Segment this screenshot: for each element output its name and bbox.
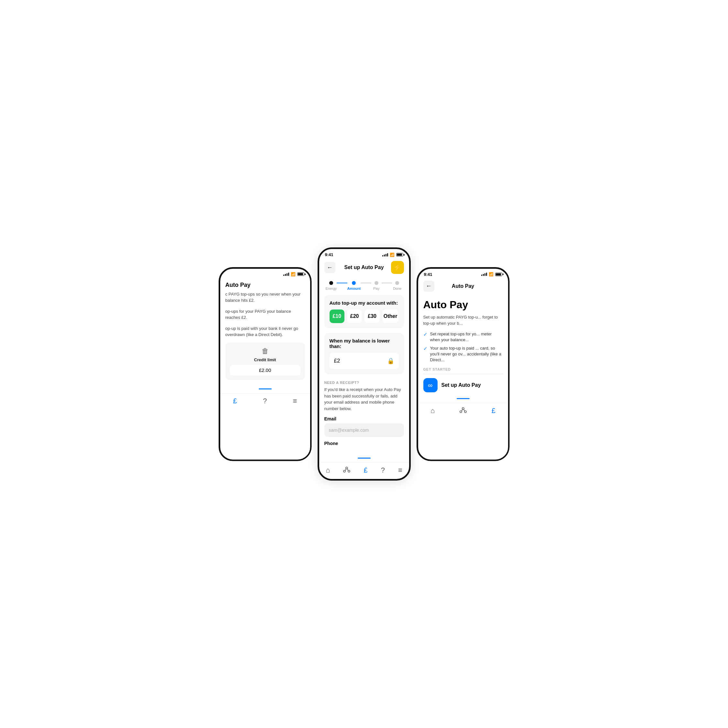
step-amount-dot (352, 281, 356, 285)
center-phone: 9:41 📶 ← Set up Auto Pay ⚡ (318, 248, 411, 480)
checkmark-icon-2: ✓ (423, 346, 428, 352)
svg-line-9 (464, 410, 464, 411)
amount-other-button[interactable]: Other (382, 309, 399, 323)
right-check-text-2: Your auto top-up is paid ... card, so yo… (430, 346, 503, 363)
center-content: Auto top-up my account with: £10 £20 £30… (319, 295, 409, 456)
svg-point-7 (464, 411, 466, 413)
topup-card: Auto top-up my account with: £10 £20 £30… (324, 295, 404, 328)
step-progress: Energy Amount Pay Done (319, 277, 409, 295)
svg-point-0 (343, 470, 346, 472)
center-back-arrow: ← (327, 264, 333, 271)
left-nav-money-icon[interactable]: £ (233, 397, 237, 405)
center-nav-help-icon[interactable]: ? (381, 466, 385, 474)
step-line-1 (336, 283, 347, 283)
center-status-icons: 📶 (382, 252, 403, 257)
svg-line-8 (462, 410, 462, 411)
right-desc: Set up automatic PAYG top-u... forget to… (423, 314, 503, 327)
left-desc-top: c PAYG top-ups so you never when your ba… (225, 291, 305, 304)
right-nav-activity-icon[interactable] (460, 407, 467, 415)
step-done-label: Done (393, 286, 401, 291)
credit-limit-value: £2.00 (230, 365, 300, 375)
right-back-button[interactable]: ← (423, 281, 434, 292)
center-tab-indicator (358, 457, 371, 459)
center-nav-menu-icon[interactable]: ≡ (398, 466, 402, 474)
left-status-bar: 📶 (220, 269, 310, 278)
battery-icon (297, 272, 304, 276)
step-energy-label: Energy (326, 286, 337, 291)
setup-autopay-button[interactable]: ∞ Set up Auto Pay (423, 378, 503, 392)
svg-point-5 (460, 411, 462, 413)
svg-point-2 (348, 470, 350, 472)
center-wifi-icon: 📶 (390, 252, 395, 257)
svg-point-1 (346, 467, 348, 469)
credit-limit-label: Credit limit (230, 357, 300, 362)
step-done: Done (392, 281, 402, 291)
svg-point-6 (462, 407, 464, 410)
left-bottom-nav: £ ? ≡ (220, 393, 310, 410)
amount-options: £10 £20 £30 Other (330, 309, 399, 323)
balance-display: £2 🔒 (330, 353, 399, 369)
left-desc-bot: op-up is paid with your bank ll never go… (225, 325, 305, 338)
email-placeholder: sam@example.com (329, 428, 369, 433)
receipt-heading: NEED A RECEIPT? (324, 381, 404, 385)
step-pay-label: Pay (373, 286, 379, 291)
svg-line-4 (347, 469, 348, 471)
balance-value: £2 (334, 358, 340, 364)
credit-card: 🗑 Credit limit £2.00 (225, 343, 305, 380)
left-nav-menu-icon[interactable]: ≡ (293, 397, 297, 405)
step-line-2 (361, 283, 371, 283)
divider (423, 374, 503, 374)
wifi-icon: 📶 (291, 272, 295, 277)
svg-line-3 (346, 469, 346, 471)
amount-10-button[interactable]: £10 (330, 309, 344, 323)
right-bottom-nav: ⌂ £ (418, 403, 508, 419)
right-nav-money-icon[interactable]: £ (492, 407, 496, 415)
left-desc-mid: op-ups for your PAYG your balance reache… (225, 308, 305, 321)
phone-label: Phone (324, 441, 404, 446)
center-nav-title: Set up Auto Pay (344, 265, 384, 271)
left-page-title: Auto Pay (225, 282, 305, 289)
right-time: 9:41 (424, 272, 433, 277)
setup-btn-label: Set up Auto Pay (442, 382, 481, 388)
right-nav-title: Auto Pay (452, 283, 474, 289)
trash-icon[interactable]: 🗑 (230, 347, 300, 355)
center-action-button[interactable]: ⚡ (391, 261, 404, 274)
email-input[interactable]: sam@example.com (324, 423, 404, 437)
left-status-icons: 📶 (283, 272, 304, 277)
center-status-bar: 9:41 📶 (319, 249, 409, 258)
right-check-2: ✓ Your auto top-up is paid ... card, so … (423, 346, 503, 363)
right-status-bar: 9:41 📶 (418, 269, 508, 278)
right-page-title: Auto Pay (423, 299, 503, 311)
left-nav-help-icon[interactable]: ? (263, 397, 267, 405)
left-content: Auto Pay c PAYG top-ups so you never whe… (220, 278, 310, 387)
right-back-arrow: ← (426, 283, 432, 289)
center-nav-money-icon[interactable]: £ (364, 466, 367, 474)
get-started-label: GET STARTED (423, 367, 503, 371)
receipt-section: NEED A RECEIPT? If you'd like a receipt … (324, 379, 404, 451)
center-bottom-nav: ⌂ £ ? ≡ (319, 462, 409, 479)
infinity-icon: ∞ (423, 378, 437, 392)
step-done-dot (395, 281, 399, 285)
right-tab-indicator (457, 398, 470, 399)
step-pay: Pay (371, 281, 382, 291)
center-time: 9:41 (325, 252, 333, 257)
center-nav-activity-icon[interactable] (343, 466, 350, 474)
signal-icon (283, 273, 289, 276)
left-phone: 📶 Auto Pay c PAYG top-ups so you never w… (219, 267, 312, 461)
lightning-icon: ⚡ (393, 264, 401, 271)
receipt-text: If you'd like a receipt when your Auto P… (324, 387, 404, 412)
center-back-button[interactable]: ← (324, 262, 335, 273)
center-battery-icon (396, 253, 403, 257)
amount-30-button[interactable]: £30 (364, 309, 379, 323)
center-nav-home-icon[interactable]: ⌂ (326, 466, 330, 474)
topup-card-title: Auto top-up my account with: (330, 300, 399, 306)
step-pay-dot (375, 281, 378, 285)
lock-icon: 🔒 (387, 357, 394, 364)
amount-20-button[interactable]: £20 (347, 309, 362, 323)
right-nav-home-icon[interactable]: ⌂ (430, 407, 435, 415)
balance-card-title: When my balance is lower than: (330, 338, 399, 349)
right-nav-header: ← Auto Pay (418, 278, 508, 294)
right-check-1: ✓ Set repeat top-ups for yo... meter whe… (423, 331, 503, 343)
checkmark-icon-1: ✓ (423, 332, 428, 337)
right-battery-icon (495, 273, 502, 276)
